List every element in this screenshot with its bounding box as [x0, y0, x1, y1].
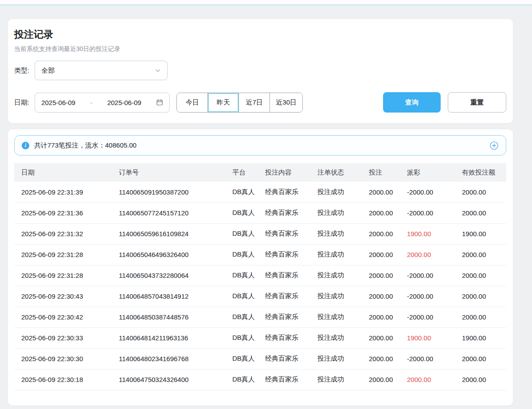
cell-payout: -2000.00	[400, 307, 455, 327]
cell-date: 2025-06-09 22:30:43	[14, 286, 112, 307]
cell-order_no: 1140064750324326400	[112, 369, 225, 390]
cell-platform: DB真人	[225, 265, 258, 286]
cell-content: 经典百家乐	[258, 182, 310, 203]
cell-platform: DB真人	[225, 286, 258, 307]
cell-content: 经典百家乐	[258, 265, 310, 286]
date-label: 日期:	[14, 98, 29, 107]
cell-order_no: 1140064814211963136	[112, 327, 225, 348]
table-row: 2025-06-09 22:30:431140064857043814912DB…	[14, 286, 506, 307]
reset-button[interactable]: 重置	[448, 92, 506, 113]
cell-payout: -2000.00	[400, 265, 455, 286]
cell-valid_bet: 2000.00	[455, 348, 506, 369]
cell-status: 投注成功	[310, 348, 362, 369]
cell-status: 投注成功	[310, 307, 362, 327]
cell-bet: 2000.00	[362, 327, 400, 348]
cell-valid_bet: 2000.00	[455, 307, 506, 327]
cell-payout: 1900.00	[400, 223, 455, 244]
cell-status: 投注成功	[310, 286, 362, 307]
cell-bet: 2000.00	[362, 265, 400, 286]
table-row: 2025-06-09 22:31:281140065043732280064DB…	[14, 265, 506, 286]
cell-platform: DB真人	[225, 223, 258, 244]
table-row: 2025-06-09 22:31:281140065046496326400DB…	[14, 244, 506, 265]
cell-platform: DB真人	[225, 182, 258, 203]
type-label: 类型:	[14, 66, 29, 75]
cell-status: 投注成功	[310, 182, 362, 203]
cell-content: 经典百家乐	[258, 369, 310, 390]
column-header-platform: 平台	[225, 163, 258, 182]
quick-range-button-1[interactable]: 昨天	[208, 93, 239, 112]
date-start-value: 2025-06-09	[41, 99, 75, 106]
column-header-valid_bet: 有效投注额	[455, 163, 506, 182]
calendar-icon	[156, 99, 163, 106]
type-select[interactable]: 全部	[35, 61, 168, 80]
cell-valid_bet: 2000.00	[455, 244, 506, 265]
quick-range-button-2[interactable]: 近7日	[239, 93, 270, 112]
cell-bet: 2000.00	[362, 182, 400, 203]
cell-valid_bet: 2000.00	[455, 265, 506, 286]
cell-content: 经典百家乐	[258, 327, 310, 348]
cell-content: 经典百家乐	[258, 203, 310, 223]
cell-payout: -2000.00	[400, 182, 455, 203]
table-row: 2025-06-09 22:30:301140064802341696768DB…	[14, 348, 506, 369]
cell-bet: 2000.00	[362, 244, 400, 265]
type-select-value: 全部	[41, 66, 55, 75]
page-subtitle: 当前系统支持查询最近30日的投注记录	[14, 45, 506, 53]
records-table: 日期订单号平台投注内容注单状态投注派彩有效投注额 2025-06-09 22:3…	[14, 163, 506, 390]
date-end-value: 2025-06-09	[107, 99, 141, 106]
cell-status: 投注成功	[310, 369, 362, 390]
cell-bet: 2000.00	[362, 223, 400, 244]
date-filter-row: 日期: 2025-06-09 - 2025-06-09 今日昨天近7日近30日 …	[14, 92, 506, 113]
cell-valid_bet: 2000.00	[455, 203, 506, 223]
column-header-bet: 投注	[362, 163, 400, 182]
cell-bet: 2000.00	[362, 203, 400, 223]
cell-payout: -2000.00	[400, 348, 455, 369]
cell-status: 投注成功	[310, 244, 362, 265]
cell-order_no: 1140065077245157120	[112, 203, 225, 223]
column-header-payout: 派彩	[400, 163, 455, 182]
cell-order_no: 1140065059616109824	[112, 223, 225, 244]
date-separator: -	[90, 99, 92, 106]
table-row: 2025-06-09 22:30:181140064750324326400DB…	[14, 369, 506, 390]
cell-payout: 1900.00	[400, 327, 455, 348]
cell-valid_bet: 1900.00	[455, 327, 506, 348]
cell-platform: DB真人	[225, 307, 258, 327]
cell-date: 2025-06-09 22:31:28	[14, 244, 112, 265]
cell-platform: DB真人	[225, 327, 258, 348]
cell-date: 2025-06-09 22:31:39	[14, 182, 112, 203]
column-header-status: 注单状态	[310, 163, 362, 182]
cell-order_no: 1140065091950387200	[112, 182, 225, 203]
cell-order_no: 1140065046496326400	[112, 244, 225, 265]
cell-date: 2025-06-09 22:30:33	[14, 327, 112, 348]
cell-payout: 2000.00	[400, 244, 455, 265]
column-header-content: 投注内容	[258, 163, 310, 182]
cell-date: 2025-06-09 22:30:18	[14, 369, 112, 390]
cell-payout: -2000.00	[400, 286, 455, 307]
quick-range-button-0[interactable]: 今日	[177, 93, 208, 112]
page: 投注记录 当前系统支持查询最近30日的投注记录 类型: 全部 日期: 2025-…	[0, 5, 532, 405]
top-bar	[0, 0, 532, 5]
plus-circle-icon[interactable]	[489, 141, 499, 150]
cell-bet: 2000.00	[362, 369, 400, 390]
cell-status: 投注成功	[310, 327, 362, 348]
cell-valid_bet: 2000.00	[455, 286, 506, 307]
cell-payout: 2000.00	[400, 369, 455, 390]
cell-order_no: 1140064850387448576	[112, 307, 225, 327]
cell-valid_bet: 1900.00	[455, 223, 506, 244]
filter-panel: 投注记录 当前系统支持查询最近30日的投注记录 类型: 全部 日期: 2025-…	[8, 19, 513, 123]
cell-content: 经典百家乐	[258, 244, 310, 265]
search-button[interactable]: 查询	[383, 92, 441, 113]
cell-order_no: 1140065043732280064	[112, 265, 225, 286]
quick-range-button-3[interactable]: 近30日	[270, 93, 302, 112]
table-row: 2025-06-09 22:31:321140065059616109824DB…	[14, 223, 506, 244]
type-filter-row: 类型: 全部	[14, 61, 506, 80]
column-header-order_no: 订单号	[112, 163, 225, 182]
cell-content: 经典百家乐	[258, 286, 310, 307]
table-row: 2025-06-09 22:31:391140065091950387200DB…	[14, 182, 506, 203]
cell-status: 投注成功	[310, 223, 362, 244]
cell-status: 投注成功	[310, 265, 362, 286]
summary-text: 共计773笔投注，流水：408605.00	[34, 141, 137, 150]
cell-date: 2025-06-09 22:30:30	[14, 348, 112, 369]
cell-bet: 2000.00	[362, 307, 400, 327]
table-header-row: 日期订单号平台投注内容注单状态投注派彩有效投注额	[14, 163, 506, 182]
date-range-input[interactable]: 2025-06-09 - 2025-06-09	[35, 93, 170, 113]
